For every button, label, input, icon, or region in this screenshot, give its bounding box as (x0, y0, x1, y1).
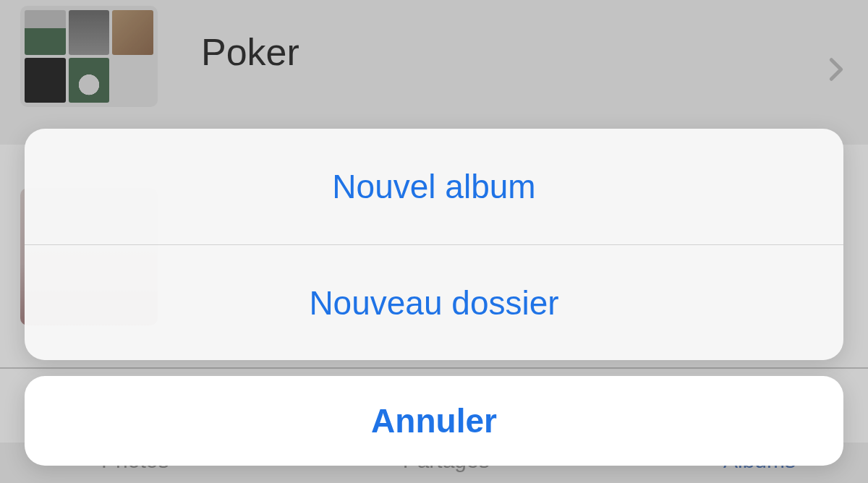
new-folder-button[interactable]: Nouveau dossier (25, 244, 843, 360)
new-album-button[interactable]: Nouvel album (25, 129, 843, 244)
action-sheet-cancel-group: Annuler (25, 376, 843, 466)
cancel-button[interactable]: Annuler (25, 376, 843, 466)
action-sheet: Nouvel album Nouveau dossier Annuler (25, 129, 843, 466)
action-sheet-options: Nouvel album Nouveau dossier (25, 129, 843, 360)
